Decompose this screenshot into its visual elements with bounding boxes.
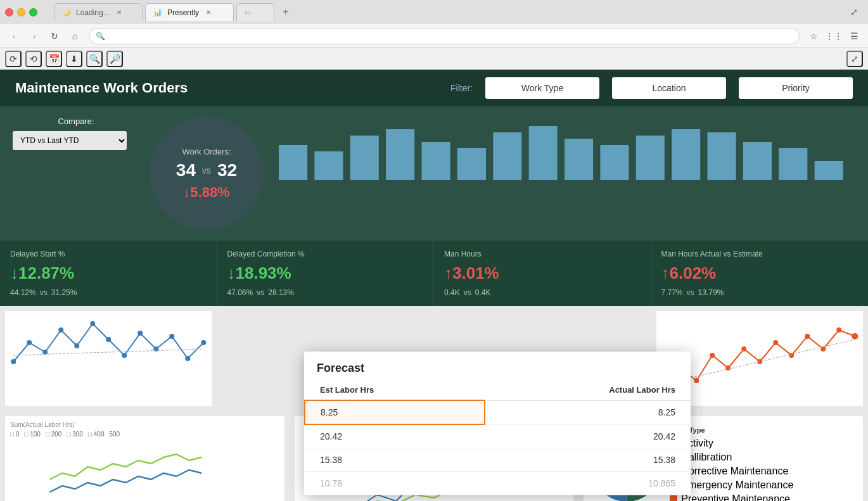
svg-rect-14 (779, 148, 807, 180)
forecast-row-3-est: 10.78 (305, 472, 485, 495)
tick-100: □ 100 (24, 431, 41, 438)
toolbar-zoom-out-icon[interactable]: 🔎 (106, 51, 123, 67)
address-bar[interactable]: 🔍 (89, 28, 800, 44)
kpi-delayed-start-left: 44.12% (10, 288, 36, 297)
kpi-man-hours-actual-pct: ↑6.02% (661, 263, 858, 283)
tab-close-presently[interactable]: ✕ (204, 8, 213, 17)
toolbar-zoom-in-icon[interactable]: 🔍 (86, 51, 103, 67)
svg-point-27 (185, 356, 190, 361)
kpi-man-hours-right: 0.4K (475, 288, 491, 297)
bar-chart-area (274, 117, 855, 180)
kpi-man-hours-actual-left: 7.77% (661, 288, 683, 297)
extensions-button[interactable]: ⋮⋮ (825, 27, 843, 45)
kpi-delayed-start-vals: 44.12% vs 31.25% (10, 288, 207, 297)
tab-loading[interactable]: 🌙 Loading... ✕ (54, 3, 143, 21)
kpi-man-hours-title: Man Hours (444, 250, 641, 258)
kpi-man-hours-vs: vs (464, 288, 471, 297)
svg-rect-0 (279, 145, 307, 180)
menu-button[interactable]: ☰ (845, 27, 863, 45)
location-filter-button[interactable]: Location (612, 77, 726, 99)
svg-point-37 (773, 340, 778, 345)
kpi-man-hours-left: 0.4K (444, 288, 460, 297)
svg-point-26 (169, 334, 174, 339)
svg-point-17 (27, 340, 32, 345)
forecast-modal[interactable]: Forecast Est Labor Hrs Actual Labor Hrs … (304, 352, 691, 495)
work-type-filter-button[interactable]: Work Type (485, 77, 599, 99)
bottom-axis-label: Sum(Actual Labor Hrs) (10, 421, 279, 428)
kpi-man-hours-actual-vals: 7.77% vs 13.79% (661, 288, 858, 297)
kpi-delayed-completion-vs: vs (257, 288, 264, 297)
kpi-man-hours-vals: 0.4K vs 0.4K (444, 288, 641, 297)
svg-point-22 (106, 337, 111, 342)
tab-close-loading[interactable]: ✕ (115, 8, 124, 17)
toolbar-back-icon[interactable]: ⟳ (5, 51, 22, 67)
forecast-row-2-actual: 15.38 (485, 448, 691, 472)
kpi-man-hours-pct: ↑3.01% (444, 263, 641, 283)
tick-500: 500 (109, 431, 120, 438)
forecast-row-2: 15.38 15.38 (305, 448, 691, 472)
kpi-card-man-hours-actual: Man Hours Actual vs Estimate ↑6.02% 7.77… (651, 241, 869, 306)
forward-button[interactable]: › (25, 27, 43, 45)
svg-point-42 (852, 333, 858, 339)
kpi-cards: Delayed Start % ↓12.87% 44.12% vs 31.25%… (0, 241, 868, 306)
tab-presently[interactable]: 📊 Presently ✕ (145, 3, 234, 21)
work-orders-current: 34 (176, 160, 196, 181)
toolbar-bar: ⟳ ⟲ 📅 ⬇ 🔍 🔎 ⤢ (0, 48, 868, 70)
window-expand-button[interactable]: ⤢ (845, 3, 863, 21)
tab-presently-label: Presently (167, 8, 199, 17)
kpi-card-delayed-start: Delayed Start % ↓12.87% 44.12% vs 31.25% (0, 241, 217, 306)
svg-point-36 (757, 359, 762, 364)
toolbar-forward-icon[interactable]: ⟲ (25, 51, 42, 67)
svg-point-21 (90, 321, 95, 326)
maximize-button[interactable] (29, 8, 37, 16)
svg-rect-7 (529, 126, 558, 180)
new-tab-button[interactable]: + (277, 3, 295, 21)
svg-point-41 (836, 327, 841, 333)
tick-300: □ 300 (67, 431, 83, 438)
bottom-axis-ticks: □ 0 □ 100 □ 200 □ 300 □ 400 500 (10, 431, 279, 438)
kpi-delayed-start-right: 31.25% (51, 288, 77, 297)
forecast-col-actual: Actual Labor Hrs (485, 380, 691, 400)
svg-rect-15 (815, 161, 843, 180)
kpi-delayed-start-pct: ↓12.87% (10, 263, 207, 283)
forecast-row-3: 10.78 10.865 (305, 472, 691, 495)
legend-label-emergency: Emergency Maintenance (681, 479, 793, 491)
work-orders-bubble: Work Orders: 34 vs 32 ↓5.88% (150, 117, 264, 231)
priority-filter-button[interactable]: Priority (739, 77, 853, 99)
back-button[interactable]: ‹ (5, 27, 23, 45)
title-bar: 🌙 Loading... ✕ 📊 Presently ✕ ▭ + ⤢ (0, 0, 868, 24)
svg-rect-3 (386, 129, 414, 180)
toolbar-fullscreen-icon[interactable]: ⤢ (846, 51, 863, 67)
forecast-table: Est Labor Hrs Actual Labor Hrs 8.25 8.25… (304, 380, 691, 495)
toolbar-download-icon[interactable]: ⬇ (66, 51, 82, 67)
svg-point-39 (805, 334, 810, 339)
forecast-title: Forecast (304, 352, 691, 380)
forecast-row-1-est: 20.42 (305, 424, 485, 448)
compare-select[interactable]: YTD vs Last YTD MTD vs Last MTD WTD vs L… (13, 131, 127, 150)
work-orders-previous: 32 (217, 160, 237, 181)
close-button[interactable] (5, 8, 13, 16)
bookmark-button[interactable]: ☆ (805, 27, 822, 45)
search-icon: 🔍 (96, 32, 105, 41)
svg-rect-6 (493, 132, 521, 180)
tick-400: □ 400 (88, 431, 105, 438)
svg-rect-12 (708, 132, 736, 180)
app-content: Maintenance Work Orders Filter: Work Typ… (0, 70, 868, 501)
bar-chart-svg (279, 117, 850, 180)
home-button[interactable]: ⌂ (66, 27, 84, 45)
presently-favicon: 📊 (153, 8, 162, 16)
line-chart-1 (5, 311, 212, 406)
kpi-section: Compare: YTD vs Last YTD MTD vs Last MTD… (0, 106, 868, 241)
kpi-delayed-completion-pct: ↓18.93% (227, 263, 424, 283)
reload-button[interactable]: ↻ (46, 27, 63, 45)
kpi-man-hours-actual-right: 13.79% (698, 288, 724, 297)
toolbar-calendar-icon[interactable]: 📅 (46, 51, 62, 67)
svg-point-32 (694, 378, 699, 383)
tab-empty[interactable]: ▭ (236, 3, 274, 21)
forecast-row-0-est: 8.25 (305, 400, 485, 424)
tab-loading-label: Loading... (76, 8, 110, 17)
minimize-button[interactable] (17, 8, 25, 16)
svg-point-24 (137, 331, 143, 336)
svg-point-19 (58, 327, 63, 333)
svg-point-23 (122, 353, 127, 358)
